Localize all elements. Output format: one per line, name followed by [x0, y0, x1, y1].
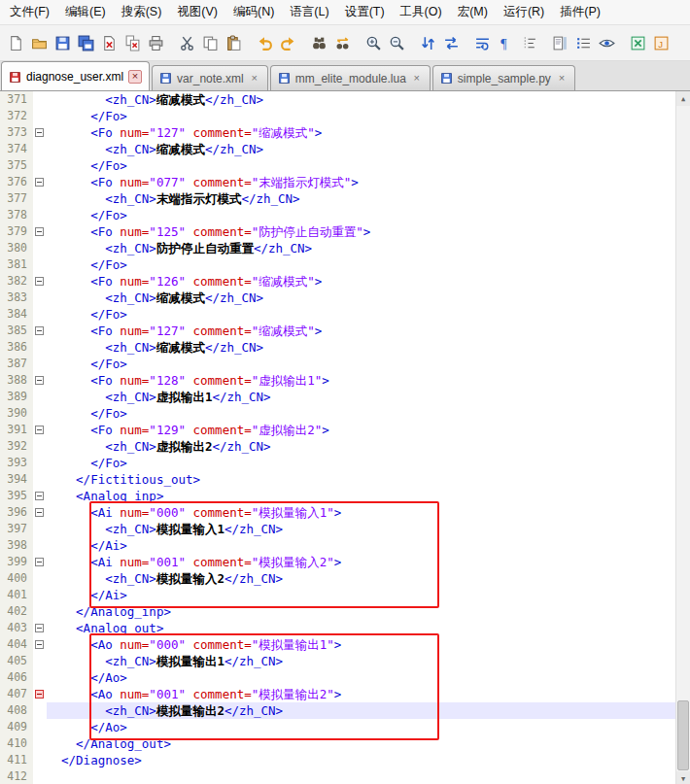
code-text[interactable]: <Ai num="001" comment="模拟量输入2">	[47, 554, 690, 570]
fold-marker-icon[interactable]	[35, 558, 44, 566]
code-text[interactable]: </Fo>	[47, 207, 690, 223]
paste-button[interactable]	[223, 32, 245, 54]
code-text[interactable]: <Fo num="129" comment="虚拟输出2">	[47, 422, 690, 438]
code-text[interactable]: <zh_CN>虚拟输出1</zh_CN>	[47, 389, 690, 405]
code-text[interactable]: <zh_CN>防护停止自动重置</zh_CN>	[47, 240, 690, 256]
replace-button[interactable]	[331, 32, 354, 54]
code-text[interactable]: <Ao num="000" comment="模拟量输出1">	[47, 636, 690, 653]
word-wrap-button[interactable]	[471, 32, 494, 54]
code-text[interactable]: <Fo num="127" comment="缩减模式">	[47, 323, 690, 339]
save-all-button[interactable]	[75, 32, 97, 54]
code-text[interactable]: <Ai num="000" comment="模拟量输入1">	[47, 504, 690, 521]
new-file-button[interactable]	[5, 32, 27, 54]
fold-marker-icon[interactable]	[35, 227, 44, 236]
code-text[interactable]: </Fo>	[47, 356, 690, 372]
plugin-js-tool-button[interactable]: J	[650, 32, 673, 54]
code-text[interactable]	[47, 768, 690, 784]
sync-scroll-v-button[interactable]	[417, 32, 439, 54]
show-all-chars-button[interactable]: ¶	[495, 32, 517, 54]
print-button[interactable]	[145, 32, 167, 54]
zoom-out-button[interactable]	[386, 32, 408, 54]
tab-mm-elite-module-lua[interactable]: mm_elite_module.lua×	[270, 65, 431, 90]
cut-button[interactable]	[176, 32, 198, 54]
code-text[interactable]: </Diagnose>	[47, 752, 690, 768]
code-text[interactable]: <zh_CN>模拟量输入1</zh_CN>	[47, 521, 690, 537]
menu-item-tools[interactable]: 工具(O)	[393, 0, 450, 24]
menu-item-plugins[interactable]: 插件(P)	[552, 0, 608, 24]
code-text[interactable]: </Analog_out>	[47, 735, 690, 752]
code-text[interactable]: </Fo>	[47, 306, 690, 323]
code-text[interactable]: <Fo num="126" comment="缩减模式">	[47, 273, 690, 290]
code-text[interactable]: <zh_CN>模拟量输入2</zh_CN>	[47, 570, 690, 587]
menu-item-run[interactable]: 运行(R)	[496, 0, 552, 24]
menu-item-language[interactable]: 语言(L)	[282, 0, 336, 24]
menu-item-view[interactable]: 视图(V)	[169, 0, 225, 24]
undo-button[interactable]	[254, 32, 276, 54]
code-text[interactable]: </Fo>	[47, 256, 690, 273]
menu-item-file[interactable]: 文件(F)	[2, 0, 57, 24]
scroll-up-icon[interactable]: ▲	[676, 91, 690, 106]
menu-item-macro[interactable]: 宏(M)	[450, 0, 496, 24]
code-text[interactable]: </Fo>	[47, 108, 690, 124]
fold-marker-icon[interactable]	[35, 624, 44, 632]
code-text[interactable]: <zh_CN>缩减模式</zh_CN>	[47, 141, 690, 157]
code-text[interactable]: </Fo>	[47, 405, 690, 422]
vertical-scrollbar[interactable]: ▲ ▼	[675, 91, 690, 784]
save-button[interactable]	[52, 32, 74, 54]
menu-item-edit[interactable]: 编辑(E)	[57, 0, 114, 24]
tab-close-icon[interactable]: ×	[128, 70, 142, 84]
code-text[interactable]: <Fo num="127" comment="缩减模式">	[47, 124, 690, 141]
code-text[interactable]: </Fo>	[47, 455, 690, 471]
function-list-button[interactable]	[572, 32, 595, 54]
fold-marker-icon[interactable]	[35, 326, 44, 335]
code-text[interactable]: </Ai>	[47, 537, 690, 554]
code-text[interactable]: <Fo num="125" comment="防护停止自动重置">	[47, 223, 690, 240]
code-text[interactable]: </Ao>	[47, 669, 690, 686]
code-text[interactable]: <zh_CN>模拟量输出1</zh_CN>	[47, 653, 690, 669]
code-text[interactable]: <zh_CN>缩减模式</zh_CN>	[47, 290, 690, 306]
menu-item-settings[interactable]: 设置(T)	[337, 0, 393, 24]
close-button[interactable]	[98, 32, 121, 54]
tab-simple-sample-py[interactable]: simple_sample.py×	[432, 65, 575, 90]
tab-diagnose-user-xml[interactable]: diagnose_user.xml×	[1, 61, 150, 91]
code-text[interactable]: <zh_CN>末端指示灯模式</zh_CN>	[47, 190, 690, 207]
fold-marker-icon[interactable]	[35, 128, 44, 137]
code-text[interactable]: </Ao>	[47, 719, 690, 735]
redo-button[interactable]	[277, 32, 299, 54]
code-text[interactable]: </Fo>	[47, 157, 690, 174]
code-text[interactable]: </Fictitious_out>	[47, 471, 690, 488]
tab-var-note-xml[interactable]: var_note.xml×	[152, 65, 268, 90]
menu-item-encoding[interactable]: 编码(N)	[225, 0, 282, 24]
fold-marker-icon[interactable]	[35, 178, 44, 187]
code-text[interactable]: <Ao num="001" comment="模拟量输出2">	[47, 686, 690, 702]
code-text[interactable]: <Analog_out>	[47, 620, 690, 636]
fold-marker-icon[interactable]	[35, 376, 44, 385]
fold-marker-active-icon[interactable]	[35, 690, 44, 699]
code-text[interactable]: <zh_CN>缩减模式</zh_CN>	[47, 339, 690, 356]
tab-close-icon[interactable]: ×	[249, 73, 260, 85]
monitoring-button[interactable]	[596, 32, 618, 54]
code-text[interactable]: <zh_CN>模拟量输出2</zh_CN>	[47, 702, 690, 719]
fold-marker-icon[interactable]	[35, 426, 44, 434]
code-text[interactable]: </Ai>	[47, 587, 690, 603]
code-text[interactable]: <zh_CN>缩减模式</zh_CN>	[47, 91, 690, 108]
copy-button[interactable]	[199, 32, 222, 54]
open-folder-button[interactable]	[28, 32, 51, 54]
show-indent-guide-button[interactable]	[518, 32, 540, 54]
fold-marker-icon[interactable]	[35, 640, 44, 649]
code-text[interactable]: <Analog_inp>	[47, 488, 690, 504]
code-text[interactable]: <Fo num="128" comment="虚拟输出1">	[47, 372, 690, 389]
fold-marker-icon[interactable]	[35, 492, 44, 500]
tab-close-icon[interactable]: ×	[411, 73, 423, 85]
close-all-button[interactable]	[121, 32, 144, 54]
code-text[interactable]: <zh_CN>虚拟输出2</zh_CN>	[47, 438, 690, 455]
find-button[interactable]	[308, 32, 330, 54]
plugin-xml-tools-button[interactable]	[627, 32, 649, 54]
fold-marker-icon[interactable]	[35, 277, 44, 286]
scroll-down-icon[interactable]: ▼	[676, 771, 690, 784]
zoom-in-button[interactable]	[362, 32, 385, 54]
scrollbar-thumb[interactable]	[677, 700, 689, 770]
menu-item-search[interactable]: 搜索(S)	[114, 0, 170, 24]
tab-close-icon[interactable]: ×	[556, 73, 568, 85]
code-text[interactable]: <Fo num="077" comment="末端指示灯模式">	[47, 174, 690, 190]
